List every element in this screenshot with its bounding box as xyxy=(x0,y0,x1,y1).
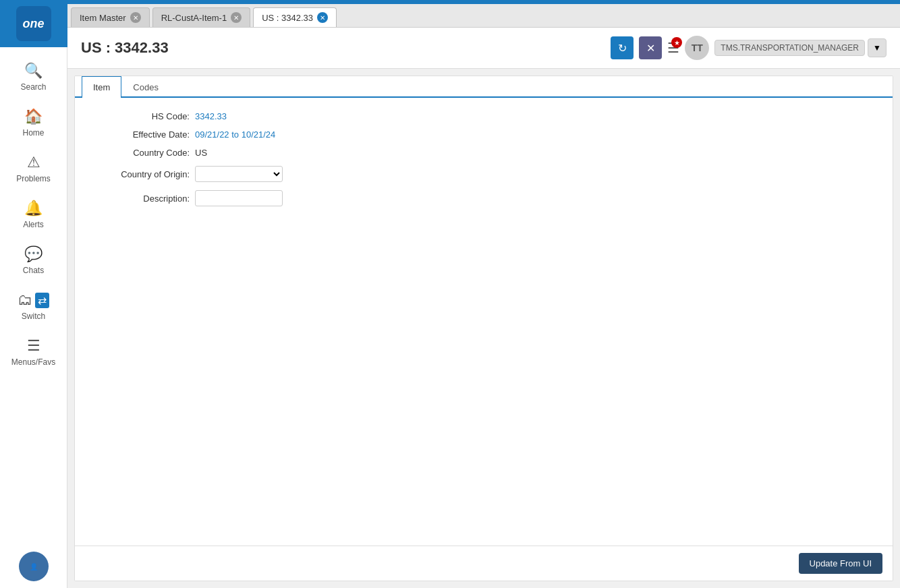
content-area: Item Codes HS Code: 3342.33 Effective Da… xyxy=(74,76,893,581)
inner-tab-bar: Item Codes xyxy=(75,76,893,98)
menus-icon: ☰ xyxy=(27,337,40,355)
app-logo: one xyxy=(16,6,51,41)
tab-item-label: Item xyxy=(93,82,110,92)
sidebar-label-menus: Menus/Favs xyxy=(11,357,55,367)
hs-code-value: 3342.33 xyxy=(195,111,227,121)
user-role-dropdown[interactable]: TMS.TRANSPORTATION_MANAGER ▼ xyxy=(714,38,887,57)
bell-icon: 🔔 xyxy=(24,200,43,217)
sidebar-item-home[interactable]: 🏠 Home xyxy=(0,100,67,146)
update-from-ui-button[interactable]: Update From UI xyxy=(799,553,882,574)
main-content: Item Master ✕ RL-CustA-Item-1 ✕ US : 334… xyxy=(67,0,900,588)
sidebar: one 🔍 Search 🏠 Home ⚠ Problems 🔔 Alerts … xyxy=(0,0,67,588)
form-area: HS Code: 3342.33 Effective Date: 09/21/2… xyxy=(75,98,893,546)
tab-us-record-label: US : 3342.33 xyxy=(262,13,313,23)
sidebar-label-search: Search xyxy=(20,82,46,92)
home-icon: 🏠 xyxy=(24,108,43,125)
search-icon: 🔍 xyxy=(24,62,43,80)
sidebar-item-search[interactable]: 🔍 Search xyxy=(0,54,67,100)
tab-codes-label: Codes xyxy=(133,82,159,92)
record-title: US : 3342.33 xyxy=(81,39,604,57)
dropdown-arrow-icon[interactable]: ▼ xyxy=(868,38,887,57)
effective-date-label: Effective Date: xyxy=(95,129,190,140)
tab-rl-custa-label: RL-CustA-Item-1 xyxy=(161,13,227,23)
tab-us-record[interactable]: US : 3342.33 ✕ xyxy=(253,7,337,27)
sidebar-item-problems[interactable]: ⚠ Problems xyxy=(0,146,67,192)
effective-date-value: 09/21/22 to 10/21/24 xyxy=(195,129,275,140)
user-role-label: TMS.TRANSPORTATION_MANAGER xyxy=(714,40,865,56)
tab-item-master[interactable]: Item Master ✕ xyxy=(71,7,150,27)
user-avatar-sidebar[interactable]: 👤 xyxy=(19,552,49,581)
hamburger-menu-button[interactable]: ☰ ★ xyxy=(667,40,679,56)
header-actions: ↻ ✕ ☰ ★ TT TMS.TRANSPORTATION_MANAGER ▼ xyxy=(611,36,887,60)
country-of-origin-label: Country of Origin: xyxy=(95,169,190,179)
tab-close-us-record[interactable]: ✕ xyxy=(317,12,328,23)
country-of-origin-select[interactable] xyxy=(195,166,283,182)
sidebar-label-chats: Chats xyxy=(23,266,44,275)
warning-icon: ⚠ xyxy=(27,154,40,171)
tab-close-rl-custa[interactable]: ✕ xyxy=(231,12,242,23)
notification-badge: ★ xyxy=(671,37,682,48)
sidebar-logo[interactable]: one xyxy=(0,0,67,47)
sidebar-item-chats[interactable]: 💬 Chats xyxy=(0,237,67,283)
user-avatar-header: TT xyxy=(685,36,709,60)
sidebar-label-home: Home xyxy=(22,128,44,138)
country-code-value: US xyxy=(195,148,207,158)
sidebar-item-menus[interactable]: ☰ Menus/Favs xyxy=(0,329,67,375)
country-code-row: Country Code: US xyxy=(95,148,872,158)
sidebar-item-alerts[interactable]: 🔔 Alerts xyxy=(0,192,67,237)
country-of-origin-row: Country of Origin: xyxy=(95,166,872,182)
description-label: Description: xyxy=(95,194,190,204)
switch-icons: 🗂 ⇄ xyxy=(18,291,49,309)
avatar-image: 👤 xyxy=(30,563,38,570)
sidebar-label-switch: Switch xyxy=(22,312,45,321)
tab-codes[interactable]: Codes xyxy=(121,76,170,98)
hs-code-label: HS Code: xyxy=(95,111,190,121)
refresh-button[interactable]: ↻ xyxy=(611,36,634,59)
description-row: Description: xyxy=(95,190,872,206)
tab-rl-custa[interactable]: RL-CustA-Item-1 ✕ xyxy=(152,7,251,27)
sidebar-nav: 🔍 Search 🏠 Home ⚠ Problems 🔔 Alerts 💬 Ch… xyxy=(0,47,67,545)
effective-date-row: Effective Date: 09/21/22 to 10/21/24 xyxy=(95,129,872,140)
tab-bar: Item Master ✕ RL-CustA-Item-1 ✕ US : 334… xyxy=(67,4,900,28)
header-row: US : 3342.33 ↻ ✕ ☰ ★ TT TMS.TRANSPORTATI… xyxy=(67,28,900,69)
switch-stack-icon: 🗂 xyxy=(18,291,32,309)
chat-icon: 💬 xyxy=(24,245,43,263)
footer: Update From UI xyxy=(75,546,893,581)
tab-item[interactable]: Item xyxy=(82,76,121,98)
hs-code-row: HS Code: 3342.33 xyxy=(95,111,872,121)
description-input[interactable] xyxy=(195,190,283,206)
tab-item-master-label: Item Master xyxy=(80,13,126,23)
sidebar-item-switch[interactable]: 🗂 ⇄ Switch xyxy=(0,283,67,329)
country-code-label: Country Code: xyxy=(95,148,190,158)
tab-close-item-master[interactable]: ✕ xyxy=(130,12,141,23)
close-record-button[interactable]: ✕ xyxy=(639,36,662,59)
sidebar-label-alerts: Alerts xyxy=(23,220,44,229)
sidebar-label-problems: Problems xyxy=(16,174,51,183)
switch-arrows-icon: ⇄ xyxy=(35,293,49,308)
